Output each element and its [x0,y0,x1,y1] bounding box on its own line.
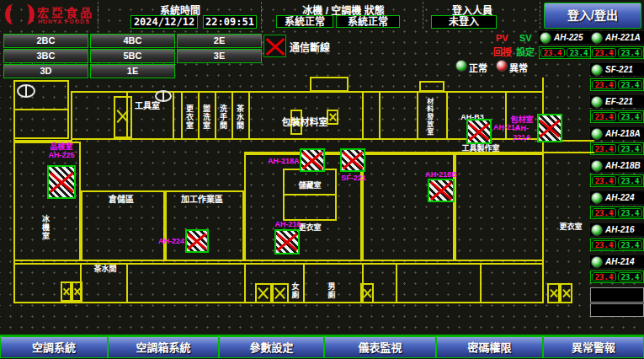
unit-values: 23.423.4 [590,78,644,91]
unit-values: 23.423.4 [590,174,644,187]
nav-button-meter-monitor[interactable]: 儀表監視 [324,336,436,358]
room-label-material-issue: 材料發放室 [425,94,433,138]
floor-button-4bc[interactable]: 4BC [90,34,175,48]
room-label-chiller-room: 冰機室 [40,209,49,246]
room-label-tool-room: 工具室 [128,101,167,110]
equipment-label-ah-221a: 包材室 AH-221A [507,115,537,142]
brand-name-en: HUNYA FOODS [38,19,90,24]
system-time-value: 22:09:51 [203,15,257,29]
equipment-label-sf-221: SF-221 [338,174,369,182]
nav-button-ac-system[interactable]: 空調系統 [0,336,108,358]
equipment-icon-ah-221a-comm-error[interactable] [537,114,562,142]
equipment-icon-ah-224-comm-error[interactable] [185,229,209,253]
unit-name: AH-218B [605,161,641,170]
unit-name: AH-221A [605,33,641,42]
equipment-icon-sf-221-comm-error[interactable] [340,148,365,172]
wall [542,78,544,302]
floor-button-3bc[interactable]: 3BC [3,49,88,63]
shaft-x-icon [360,283,374,303]
wall [303,263,305,302]
unit-lamp-icon [540,32,551,44]
floor-button-1e[interactable]: 1E [90,64,175,78]
pv-header: PV [496,33,508,43]
wall [455,153,544,261]
unit-lamp-icon [591,96,603,108]
sv-header: SV [519,33,532,43]
unit-lamp-icon [591,64,603,76]
equipment-tag: AH-216 [274,220,301,228]
equipment-icon-ah-216-comm-error[interactable] [274,229,300,255]
nav-button-param-setting[interactable]: 參數設定 [219,336,324,358]
room-label-storage: 倉儲區 [94,195,148,204]
unit-sv: 23.4 [618,112,642,121]
unit-block-ah-224[interactable]: AH-224 23.423.4 [590,191,644,219]
unit-block-sf-221[interactable]: SF-221 23.423.4 [590,63,644,91]
unit-sv: 23.4 [618,48,642,57]
unit-block-ah-221a[interactable]: AH-221A 23.423.4 [590,31,644,59]
floor-button-3e[interactable]: 3E [177,49,262,63]
unit-sv: 23.4 [618,208,642,217]
unit-name: AH-225 [554,33,583,42]
unit-name: EF-221 [605,97,633,106]
equipment-icon-ah-225-comm-error[interactable] [47,165,76,199]
shaft-x-icon [255,283,272,303]
shaft-x-icon [72,281,82,302]
unit-pv: 23.4 [592,272,616,281]
brand-name: 宏亞食品 [37,3,94,20]
wall [126,263,128,302]
login-logout-button[interactable]: 登入/登出 [544,3,641,29]
unit-values: 23.423.4 [590,238,644,251]
unit-values: 23.423.4 [590,46,644,59]
equipment-tag: AH-218B [425,170,457,179]
equipment-tag: SF-221 [341,174,366,182]
unit-sv: 23.4 [567,48,591,57]
wall [13,109,69,110]
wall [396,263,397,302]
room-label-wc-female: 女廁 [290,283,301,300]
spiral-stair-icon [17,84,35,98]
floor-button-2e[interactable]: 2E [177,34,262,48]
unit-name: AH-216 [605,225,634,234]
room-label-pantry: 茶水間 [86,265,125,274]
wall [248,91,250,140]
header-divider [261,2,262,29]
unit-block-ef-221[interactable]: EF-221 23.423.4 [590,95,644,123]
wall [215,91,216,140]
wall [173,91,174,140]
equipment-icon-ah-218a-comm-error[interactable] [300,148,325,172]
comm-error-icon [263,35,286,57]
brand-logo: 宏亞食品 HUNYA FOODS [2,1,96,29]
unit-values: 23.423.4 [590,110,644,123]
unit-block-ah-225[interactable]: AH-225 23.423.4 [539,31,593,59]
nav-button-password-auth[interactable]: 密碼權限 [436,336,543,358]
equipment-icon-ah-214-comm-error[interactable] [466,119,492,144]
unit-block-ah-216[interactable]: AH-216 23.423.4 [590,223,644,251]
room-label-locker: 更衣室 [184,96,193,138]
equipment-room: 包材室 [510,115,533,124]
equipment-icon-ah-218b-comm-error[interactable] [428,179,455,202]
unit-block-ah-218a[interactable]: AH-218A 23.423.4 [590,127,644,155]
unit-values: 23.423.4 [539,46,593,59]
sv-label: 設定 [516,45,535,58]
unit-pv: 23.4 [592,208,616,217]
wall [310,77,349,92]
unit-values: 23.423.4 [590,271,644,283]
wall [181,91,183,140]
unit-lamp-icon [591,224,603,236]
floor-button-2bc[interactable]: 2BC [3,34,88,48]
equipment-tag: AH-225 [48,151,74,159]
floor-button-3d[interactable]: 3D [3,64,88,78]
equipment-label-ah-225: 品檢室 AH-225 [34,142,89,160]
hmi-screen: { "header": { "brand": { "name": "宏亞食品",… [0,0,644,359]
comm-error-label: 通信斷線 [290,40,330,54]
equipment-label-ah-216: AH-216 [271,220,305,228]
wall [198,91,200,140]
nav-button-alarm[interactable]: 異常警報 [543,336,644,358]
wall [13,80,15,302]
nav-button-ahu-system[interactable]: 空調箱系統 [108,336,219,358]
room-label-locker2: 更衣室 [554,223,588,232]
login-user-value: 未登入 [431,15,497,29]
unit-block-ah-214[interactable]: AH-214 23.423.4 [590,255,644,283]
floor-button-5bc[interactable]: 5BC [90,49,175,63]
unit-block-ah-218b[interactable]: AH-218B 23.423.4 [590,159,644,187]
